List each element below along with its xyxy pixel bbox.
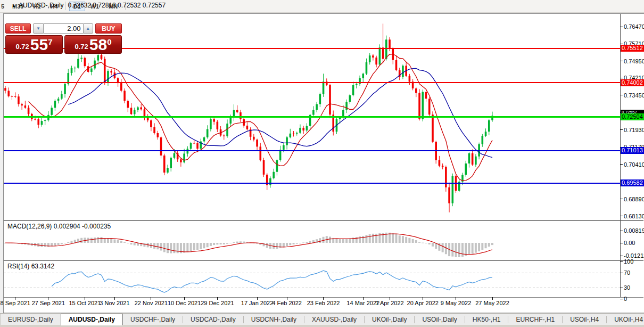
buy-button[interactable]: BUY [95,23,122,34]
price-line-label: 0.72504 [621,113,644,120]
macd-values: 0.002904 -0.000235 [54,223,111,230]
tab-usdcnh-daily[interactable]: USDCNH-,Daily [244,314,304,325]
rsi-axis-label: 70 [624,269,630,276]
date-tick-label: 20 Apr 2022 [407,300,439,306]
tab-usdchf-daily[interactable]: USDCHF-,Daily [123,314,183,325]
sell-price-prefix: 0.72 [15,42,29,52]
macd-name: MACD(12,26,9) [7,223,52,230]
macd-axis-label: 0.008197 [624,227,644,234]
spin-up-icon: ▲ [86,26,90,31]
chart-symbol-label: AUDUSD-,Daily [19,2,64,9]
chart-title: ▲AUDUSD-,Daily0.72632 0.72818 0.72532 0.… [12,2,166,9]
trade-prices-row: 0.72557 0.72580 [5,35,122,54]
mt4-window: 5 M30H1H4D1W1MN ▲AUDUSD-,Daily0.72632 0.… [0,0,644,327]
sell-button[interactable]: SELL [5,23,31,34]
buy-price-prefix: 0.72 [75,42,88,52]
price-line-label: 0.69582 [621,179,644,186]
tab-hk50-h1[interactable]: HK50-,H1 [465,314,508,325]
date-tick-label: 15 Oct 2021 [69,300,101,306]
tab-ukoil-h4[interactable]: UKOil-,H4 [607,314,644,325]
price-tick-label: 0.73450 [624,92,644,99]
price-tick-label: 0.68890 [624,196,644,202]
chart-tab-bar: EURUSD-,DailyAUDUSD-,DailyUSDCHF-,DailyU… [0,313,644,325]
tab-usdcad-daily[interactable]: USDCAD-,Daily [183,314,243,325]
buy-price-button[interactable]: 0.72580 [64,35,122,54]
price-tick-label: 0.76470 [624,23,644,30]
tab-eurusd-daily[interactable]: EURUSD-,Daily [1,314,61,325]
rsi-axis-label: 0 [624,296,627,302]
rsi-axis-label: 30 [624,284,630,291]
date-tick-label: 9 May 2022 [441,300,471,306]
date-tick-label: 8 Sep 2021 [1,300,30,306]
date-tick-label: 14 Mar 2022 [346,300,379,306]
buy-price-big: 58 [89,37,107,52]
ohlc-values: 0.72632 0.72818 0.72532 0.72557 [68,2,166,9]
trade-controls-row: SELL ▼ ▲ BUY [5,23,122,34]
price-tick-label: 0.71930 [624,127,644,133]
date-tick-label: 23 Feb 2022 [307,300,340,306]
tab-usoil-daily[interactable]: USOil-,Daily [415,314,464,325]
tab-audusd-daily[interactable]: AUDUSD-,Daily [61,314,123,325]
tab-usoil-h4[interactable]: USOil-,H4 [563,314,606,325]
one-click-trade-panel: SELL ▼ ▲ BUY 0.72557 0.72580 [5,23,122,55]
rsi-value: 63.3142 [31,263,54,270]
tab-ukoil-daily[interactable]: UKOil-,Daily [365,314,414,325]
rsi-axis-label: 100 [624,258,633,265]
date-tick-label: 29 Dec 2021 [201,300,234,306]
sell-price-big: 55 [30,37,48,52]
price-tick-label: 0.70410 [624,161,644,168]
price-line-label: 0.71013 [621,147,644,154]
sell-price-sup: 7 [48,38,52,46]
volume-decrease-button[interactable]: ▼ [33,23,43,34]
volume-input[interactable] [44,23,83,34]
date-tick-label: 22 Nov 2021 [135,300,168,306]
tabs: EURUSD-,DailyAUDUSD-,DailyUSDCHF-,DailyU… [1,314,644,325]
rsi-name: RSI(14) [7,263,29,270]
date-tick-label: 27 Sep 2021 [32,300,65,306]
date-tick-label: 1 Apr 2022 [375,300,403,306]
price-tick-label: 0.68130 [624,213,644,219]
tab-eurchf-h1[interactable]: EURCHF-,H1 [508,314,562,325]
rsi-indicator-label: RSI(14) 63.3142 [7,263,54,270]
date-tick-label: 17 Jan 2022 [241,300,274,306]
date-tick-label: 3 Nov 2021 [100,300,129,306]
spin-down-icon: ▼ [36,26,40,31]
tab-xauusd-daily[interactable]: XAUUSD-,Daily [304,314,364,325]
macd-indicator-label: MACD(12,26,9) 0.002904 -0.000235 [7,223,111,230]
price-tick-label: 0.74950 [624,58,644,64]
date-tick-label: 10 Dec 2021 [168,300,201,306]
price-line-label: 0.75512 [621,45,644,52]
date-tick-label: 4 Feb 2022 [272,300,302,306]
sell-price-button[interactable]: 0.72557 [5,35,63,54]
symbol-marker-icon: ▲ [12,3,16,8]
volume-increase-button[interactable]: ▲ [83,23,93,34]
buy-price-sup: 0 [107,38,111,46]
price-line-label: 0.74002 [621,79,644,86]
macd-axis-label: 0.00 [624,240,635,246]
date-tick-label: 27 May 2022 [475,300,509,306]
